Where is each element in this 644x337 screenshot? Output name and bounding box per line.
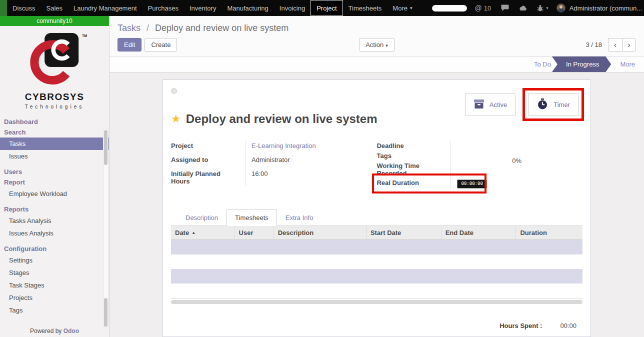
table-row [171,254,582,269]
action-dropdown-button[interactable]: Action▾ [359,38,394,52]
column-user[interactable]: User [235,226,274,240]
menu-invoicing[interactable]: Invoicing [274,0,310,16]
sidebar-item-stages[interactable]: Stages [0,266,109,279]
sidebar-scrollbar[interactable] [103,128,108,330]
menu-inventory[interactable]: Inventory [184,0,222,16]
cloud-icon[interactable] [518,5,528,11]
record-buttons: Edit Create [118,38,177,52]
cybrosys-logo-icon [28,32,80,86]
pager-next-button[interactable]: › [622,38,636,52]
menu-purchases[interactable]: Purchases [142,0,184,16]
field-working-time-recorded: Working Time Recorded [376,161,558,178]
sidebar-item-tasks[interactable]: Tasks [0,138,109,150]
scrollbar-thumb[interactable] [104,130,108,165]
clock-icon [536,98,548,112]
field-real-duration: Real Duration 00:00:00 [376,178,558,190]
field-value-deadline [450,141,558,151]
field-value-assigned-to: Administrator [245,155,368,169]
status-bar: To Do In Progress More [110,56,644,72]
pager-buttons: ‹ › [608,38,636,52]
favorite-star-icon[interactable]: ★ [171,114,181,124]
column-description[interactable]: Description [274,226,366,240]
sidebar-item-settings[interactable]: Settings [0,254,109,266]
sidebar-item-tags[interactable]: Tags [0,304,109,316]
stage-more[interactable]: More [612,56,644,72]
pager-previous-button[interactable]: ‹ [608,38,622,52]
page-title: Deploy and review on live system [186,112,378,126]
apps-strip[interactable] [0,0,7,16]
field-deadline: Deadline [376,141,558,151]
menu-manufacturing[interactable]: Manufacturing [222,0,274,16]
mention-counter[interactable]: @ 10 [475,4,492,12]
project-link[interactable]: E-Learning Integration [252,142,316,150]
main-area: Tasks / Deploy and review on live system… [110,16,644,337]
user-avatar[interactable] [556,4,566,12]
pager-value: 3 / 18 [586,41,602,48]
field-groups: Project E-Learning Integration Assigned … [171,141,582,190]
menu-more[interactable]: More▾ [387,0,418,16]
sidebar-item-issues-analysis[interactable]: Issues Analysis [0,227,109,240]
edit-button[interactable]: Edit [118,38,142,52]
field-tags: Tags [376,151,558,161]
breadcrumb-separator: / [146,23,149,33]
timer-button[interactable]: Timer [528,93,578,116]
sidebar: community10 TM CYBROSYS Technologies Das… [0,16,110,337]
sidebar-item-report[interactable]: Report [0,177,109,188]
timer-widget-pill[interactable] [432,5,467,12]
content-area: Active Timer [110,72,644,337]
debug-caret-icon[interactable]: ▾ [546,6,548,10]
user-menu[interactable]: Administrator (commun... [570,4,642,12]
systray: @ 10 ▾ Administrator (commun... [432,0,644,16]
odoo-link[interactable]: Odoo [64,328,79,334]
sidebar-item-configuration[interactable]: Configuration [0,244,109,254]
field-value-initially-planned-hours: 16:00 [245,169,368,186]
sidebar-item-employee-workload[interactable]: Employee Workload [0,188,109,200]
brand-subtitle: Technologies [0,104,109,110]
tab-timesheets[interactable]: Timesheets [226,210,277,226]
table-horizontal-scrollbar[interactable] [171,300,582,304]
control-panel-buttons: Edit Create Action▾ 3 / 18 ‹ › [118,38,636,52]
field-label-real-duration: Real Duration [376,178,450,190]
top-menu: Discuss Sales Laundry Management Purchas… [7,0,418,16]
breadcrumb-tasks[interactable]: Tasks [118,23,140,33]
field-label-assigned-to: Assigned to [171,155,245,169]
messages-icon[interactable] [501,4,509,12]
menu-project[interactable]: Project [310,0,342,16]
column-duration[interactable]: Duration [516,226,582,240]
scrollbar-thumb[interactable] [104,298,108,328]
menu-sales[interactable]: Sales [41,0,68,16]
stage-in-progress[interactable]: In Progress [552,56,611,72]
column-start-date[interactable]: Start Date [366,226,442,240]
chevron-down-icon: ▾ [410,6,412,10]
menu-laundry-management[interactable]: Laundry Management [68,0,142,16]
column-date[interactable]: Date ▲ [171,226,235,240]
sidebar-item-search[interactable]: Search [0,127,109,138]
column-date-label: Date [175,229,189,236]
sidebar-item-dashboard[interactable]: Dashboard [0,116,109,127]
menu-timesheets[interactable]: Timesheets [343,0,388,16]
sidebar-item-task-stages[interactable]: Task Stages [0,279,109,292]
pager: 3 / 18 ‹ › [586,38,636,52]
sidebar-nav: Dashboard Search Tasks Issues Users Repo… [0,116,109,316]
field-group-right: Deadline Tags Working Time Recorded Real… [376,141,558,190]
form-sheet: Active Timer [162,80,591,337]
database-banner: community10 [0,16,109,26]
menu-discuss[interactable]: Discuss [7,0,41,16]
sidebar-item-users[interactable]: Users [0,166,109,177]
sidebar-item-projects[interactable]: Projects [0,292,109,304]
tab-description[interactable]: Description [177,210,226,226]
debug-bug-icon[interactable] [537,4,544,12]
column-end-date[interactable]: End Date [442,226,516,240]
active-toggle-button[interactable]: Active [465,93,516,116]
at-icon: @ [475,4,482,12]
timer-button-label: Timer [554,101,570,108]
create-button[interactable]: Create [144,38,177,52]
sidebar-item-tasks-analysis[interactable]: Tasks Analysis [0,214,109,227]
follower-dot-icon [171,88,177,94]
sidebar-item-reports[interactable]: Reports [0,204,109,214]
field-label-deadline: Deadline [376,141,450,151]
menu-more-label: More [392,4,408,12]
field-value-project: E-Learning Integration [245,141,368,155]
tab-extra-info[interactable]: Extra Info [277,210,322,226]
sidebar-item-issues[interactable]: Issues [0,150,109,162]
